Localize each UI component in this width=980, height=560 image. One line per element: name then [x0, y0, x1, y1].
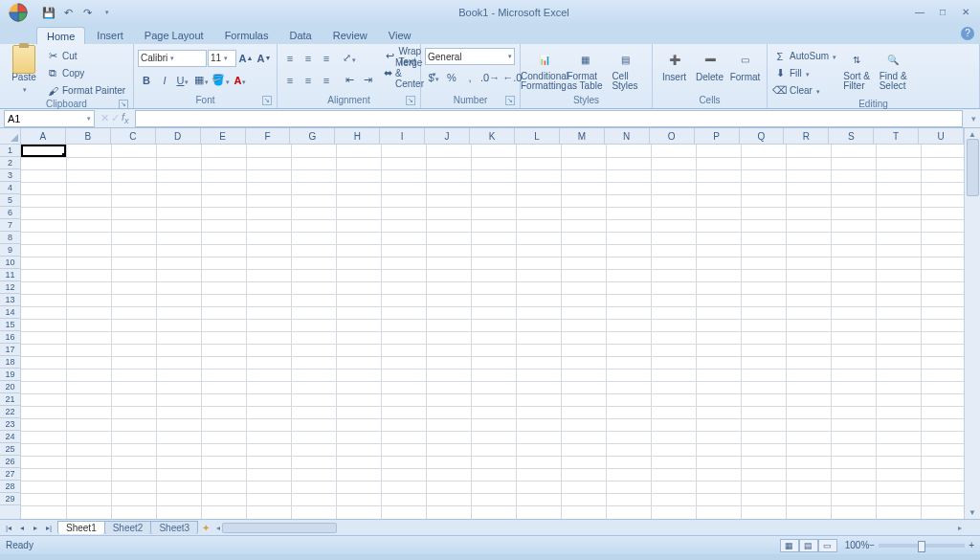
row-header[interactable]: 19	[0, 369, 20, 381]
horizontal-scrollbar[interactable]: ◂ ▸	[214, 523, 964, 533]
format-as-table-button[interactable]: ▦Format as Table	[565, 46, 605, 91]
insert-sheet-button[interactable]: ✦	[197, 523, 214, 533]
redo-icon[interactable]: ↷	[78, 4, 96, 21]
tab-page-layout[interactable]: Page Layout	[135, 27, 213, 44]
column-header[interactable]: G	[290, 128, 335, 144]
sheet-tab-sheet2[interactable]: Sheet2	[104, 521, 152, 534]
row-header[interactable]: 13	[0, 294, 20, 306]
shrink-font-button[interactable]: A▼	[256, 50, 273, 67]
qat-customize-icon[interactable]	[98, 4, 115, 21]
orientation-button[interactable]: ⤢	[341, 50, 358, 67]
column-header[interactable]: L	[515, 128, 560, 144]
row-header[interactable]: 28	[0, 481, 20, 493]
row-header[interactable]: 15	[0, 319, 20, 331]
underline-button[interactable]: U	[174, 72, 191, 89]
paste-button[interactable]: Paste	[4, 46, 44, 94]
expand-formula-bar[interactable]: ▾	[967, 114, 980, 123]
decrease-indent-button[interactable]: ⇤	[341, 72, 358, 89]
tab-review[interactable]: Review	[323, 27, 377, 44]
font-name-combo[interactable]: Calibri▾	[138, 50, 207, 67]
copy-button[interactable]: ⧉Copy	[44, 65, 127, 81]
autosum-button[interactable]: ΣAutoSum	[771, 48, 838, 64]
enter-formula-icon[interactable]: ✓	[111, 112, 120, 124]
increase-indent-button[interactable]: ⇥	[359, 72, 376, 89]
border-button[interactable]: ▦	[192, 72, 210, 89]
find-select-button[interactable]: 🔍Find & Select	[875, 46, 911, 91]
minimize-button[interactable]: —	[909, 7, 930, 18]
sheet-tab-sheet3[interactable]: Sheet3	[150, 521, 198, 534]
insert-cells-button[interactable]: ➕Insert	[657, 46, 692, 82]
row-header[interactable]: 7	[0, 219, 20, 232]
column-header[interactable]: O	[650, 128, 695, 144]
row-header[interactable]: 6	[0, 207, 20, 219]
format-cells-button[interactable]: ▭Format	[727, 46, 763, 82]
column-header[interactable]: C	[111, 128, 156, 144]
row-header[interactable]: 26	[0, 456, 20, 468]
row-header[interactable]: 14	[0, 306, 20, 319]
last-sheet-button[interactable]: ▸|	[42, 524, 56, 532]
row-header[interactable]: 1	[0, 145, 20, 157]
align-right-button[interactable]: ≡	[318, 72, 335, 89]
clear-button[interactable]: ⌫Clear	[771, 82, 838, 99]
number-format-combo[interactable]: General▾	[425, 48, 515, 65]
worksheet-grid[interactable]: 1234567891011121314151617181920212223242…	[0, 128, 980, 519]
column-header[interactable]: F	[246, 128, 291, 144]
vertical-scrollbar[interactable]: ▲ ▼	[964, 128, 980, 519]
cut-button[interactable]: ✂Cut	[44, 48, 127, 64]
column-header[interactable]: H	[335, 128, 380, 144]
row-header[interactable]: 22	[0, 406, 20, 418]
name-box[interactable]: A1▾	[4, 110, 95, 127]
bold-button[interactable]: B	[138, 72, 155, 89]
clipboard-dialog-launcher[interactable]: ↘	[119, 100, 128, 109]
cell-styles-button[interactable]: ▤Cell Styles	[605, 46, 645, 91]
comma-button[interactable]: ,	[461, 69, 479, 86]
font-dialog-launcher[interactable]: ↘	[262, 96, 272, 105]
formula-input[interactable]	[135, 110, 963, 127]
row-header[interactable]: 12	[0, 281, 20, 294]
align-middle-button[interactable]: ≡	[300, 50, 317, 67]
column-header[interactable]: A	[21, 128, 66, 144]
office-button[interactable]	[0, 0, 36, 25]
align-center-button[interactable]: ≡	[300, 72, 317, 89]
row-header[interactable]: 10	[0, 257, 20, 269]
align-left-button[interactable]: ≡	[281, 72, 299, 89]
scroll-down-icon[interactable]: ▼	[969, 508, 976, 517]
column-header[interactable]: M	[560, 128, 605, 144]
row-header[interactable]: 24	[0, 431, 20, 443]
save-icon[interactable]: 💾	[40, 4, 57, 21]
row-header[interactable]: 16	[0, 331, 20, 344]
vscroll-thumb[interactable]	[967, 139, 979, 196]
tab-formulas[interactable]: Formulas	[215, 27, 278, 44]
page-layout-view-button[interactable]: ▤	[799, 539, 818, 552]
grow-font-button[interactable]: A▲	[237, 50, 255, 67]
row-header[interactable]: 8	[0, 232, 20, 244]
select-all-button[interactable]	[0, 128, 21, 145]
zoom-in-button[interactable]: +	[969, 540, 974, 550]
close-button[interactable]: ✕	[955, 7, 976, 18]
row-header[interactable]: 23	[0, 418, 20, 431]
active-cell[interactable]	[21, 145, 66, 157]
prev-sheet-button[interactable]: ◂	[15, 524, 29, 532]
next-sheet-button[interactable]: ▸	[29, 524, 42, 532]
undo-icon[interactable]: ↶	[59, 4, 77, 21]
tab-home[interactable]: Home	[36, 27, 85, 44]
align-top-button[interactable]: ≡	[281, 50, 299, 67]
row-header[interactable]: 29	[0, 493, 20, 505]
row-header[interactable]: 11	[0, 269, 20, 281]
row-header[interactable]: 2	[0, 157, 20, 169]
row-header[interactable]: 4	[0, 182, 20, 194]
normal-view-button[interactable]: ▦	[780, 539, 799, 552]
row-header[interactable]: 27	[0, 468, 20, 481]
row-header[interactable]: 9	[0, 244, 20, 257]
alignment-dialog-launcher[interactable]: ↘	[406, 96, 415, 105]
tab-insert[interactable]: Insert	[87, 27, 133, 44]
row-headers[interactable]: 1234567891011121314151617181920212223242…	[0, 145, 21, 519]
percent-button[interactable]: %	[443, 69, 460, 86]
tab-data[interactable]: Data	[279, 27, 321, 44]
scroll-up-icon[interactable]: ▲	[969, 130, 976, 139]
column-header[interactable]: D	[156, 128, 201, 144]
page-break-view-button[interactable]: ▭	[818, 539, 837, 552]
font-color-button[interactable]: A	[232, 72, 249, 89]
zoom-out-button[interactable]: −	[869, 540, 875, 550]
row-header[interactable]: 3	[0, 169, 20, 182]
